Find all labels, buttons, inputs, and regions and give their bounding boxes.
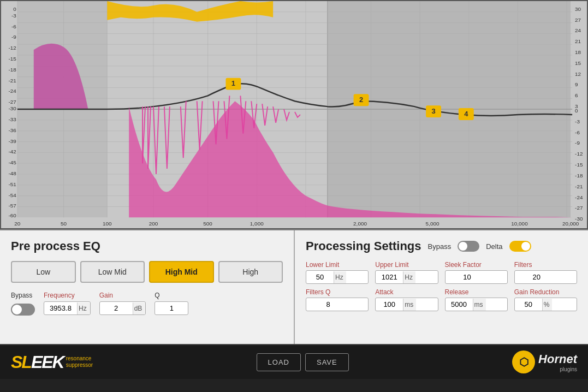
sleek-factor-param: Sleek Factor bbox=[445, 261, 508, 284]
svg-text:24: 24 bbox=[575, 27, 581, 33]
footer: SLEEK resonance suppressor LOAD SAVE ⬡ H… bbox=[0, 344, 588, 379]
release-input-row: ms bbox=[445, 298, 508, 311]
sleek-logo-text: SLEEK bbox=[11, 352, 64, 372]
band-buttons: Low Low Mid High Mid High bbox=[11, 261, 283, 283]
bypass-group: Bypass bbox=[11, 292, 35, 316]
svg-text:-9: -9 bbox=[575, 140, 580, 146]
ps-bypass-toggle-knob bbox=[459, 242, 467, 251]
band-high-button[interactable]: High bbox=[218, 261, 283, 283]
gain-reduction-input[interactable] bbox=[515, 298, 542, 311]
q-label: Q bbox=[155, 292, 159, 299]
frequency-input[interactable] bbox=[44, 302, 77, 314]
svg-text:-60: -60 bbox=[9, 212, 17, 218]
q-group: Q bbox=[155, 292, 188, 315]
svg-text:-3: -3 bbox=[575, 118, 580, 124]
eq-params-row: Bypass Frequency Hz Gain dB bbox=[11, 292, 283, 316]
attack-unit: ms bbox=[403, 299, 416, 311]
filters-input[interactable] bbox=[515, 271, 559, 283]
bypass-toggle[interactable] bbox=[11, 304, 35, 316]
filters-label: Filters bbox=[514, 261, 577, 269]
ps-bypass-label: Bypass bbox=[428, 242, 452, 251]
svg-text:27: 27 bbox=[575, 17, 581, 23]
gain-label: Gain bbox=[99, 292, 113, 299]
attack-input[interactable] bbox=[376, 298, 403, 311]
svg-text:2: 2 bbox=[359, 96, 363, 104]
upper-limit-label: Upper Limit bbox=[375, 261, 438, 269]
hornet-logo-area: ⬡ Hornet plugins bbox=[512, 351, 577, 373]
hornet-logo-text-group: Hornet plugins bbox=[538, 352, 577, 372]
gain-reduction-param: Gain Reduction % bbox=[514, 288, 577, 311]
filters-q-label: Filters Q bbox=[306, 288, 369, 296]
q-input-group bbox=[155, 301, 188, 315]
svg-text:1,000: 1,000 bbox=[250, 221, 264, 227]
svg-text:6: 6 bbox=[575, 92, 578, 98]
svg-text:-15: -15 bbox=[575, 162, 583, 168]
gain-input[interactable] bbox=[100, 302, 133, 314]
svg-text:-18: -18 bbox=[575, 173, 583, 179]
sleek-factor-label: Sleek Factor bbox=[445, 261, 508, 269]
filters-param: Filters bbox=[514, 261, 577, 284]
release-input[interactable] bbox=[446, 298, 473, 311]
svg-text:50: 50 bbox=[61, 221, 67, 227]
svg-text:-45: -45 bbox=[9, 159, 17, 165]
svg-text:-15: -15 bbox=[9, 56, 17, 62]
gain-reduction-unit: % bbox=[542, 299, 553, 311]
svg-text:10,000: 10,000 bbox=[511, 221, 528, 227]
svg-text:20: 20 bbox=[14, 221, 21, 227]
svg-text:5,000: 5,000 bbox=[426, 221, 439, 227]
svg-text:-54: -54 bbox=[9, 192, 17, 198]
eq-display[interactable]: 1 2 3 4 0 -3 -6 -9 -12 -15 -18 -21 -24 -… bbox=[0, 0, 588, 229]
gain-input-group: dB bbox=[99, 301, 146, 315]
ps-delta-toggle[interactable] bbox=[509, 241, 531, 252]
lower-limit-input[interactable] bbox=[306, 271, 334, 283]
lower-limit-input-row: Hz bbox=[306, 270, 369, 284]
load-button[interactable]: LOAD bbox=[257, 353, 301, 371]
svg-text:-27: -27 bbox=[575, 205, 583, 211]
svg-text:100: 100 bbox=[103, 221, 112, 227]
svg-text:-12: -12 bbox=[575, 151, 583, 157]
filters-q-param: Filters Q bbox=[306, 288, 369, 311]
svg-text:-51: -51 bbox=[9, 181, 17, 187]
gain-group: Gain dB bbox=[99, 292, 146, 315]
q-input[interactable] bbox=[155, 302, 188, 314]
ps-delta-toggle-knob bbox=[521, 242, 530, 251]
hornet-logo-name: Hornet bbox=[538, 352, 577, 366]
lower-limit-label: Lower Limit bbox=[306, 261, 369, 269]
ps-title: Processing Settings bbox=[306, 239, 421, 253]
upper-limit-input[interactable] bbox=[376, 271, 403, 283]
sleek-factor-input-row bbox=[445, 270, 508, 284]
svg-text:-21: -21 bbox=[575, 183, 583, 189]
svg-text:-6: -6 bbox=[575, 129, 580, 135]
ps-params-grid: Lower Limit Hz Upper Limit Hz Sleek Fact… bbox=[306, 261, 577, 311]
pre-process-eq-title: Pre process EQ bbox=[11, 239, 283, 253]
svg-text:-6: -6 bbox=[11, 23, 16, 29]
filters-q-input-row bbox=[306, 298, 369, 311]
svg-text:20,000: 20,000 bbox=[562, 221, 579, 227]
band-low-button[interactable]: Low bbox=[11, 261, 76, 283]
attack-param: Attack ms bbox=[375, 288, 438, 311]
release-label: Release bbox=[445, 288, 508, 296]
frequency-group: Frequency Hz bbox=[44, 292, 91, 315]
svg-text:500: 500 bbox=[203, 221, 212, 227]
ps-bypass-toggle[interactable] bbox=[458, 241, 479, 252]
band-low-mid-button[interactable]: Low Mid bbox=[80, 261, 145, 283]
filters-q-input[interactable] bbox=[306, 298, 350, 311]
save-button[interactable]: SAVE bbox=[305, 353, 349, 371]
hornet-logo-icon: ⬡ bbox=[512, 351, 535, 373]
svg-text:-39: -39 bbox=[9, 138, 17, 144]
svg-text:30: 30 bbox=[575, 6, 581, 12]
svg-text:200: 200 bbox=[149, 221, 158, 227]
processing-settings-section: Processing Settings Bypass Delta Lower L… bbox=[295, 230, 588, 344]
bypass-label: Bypass bbox=[11, 292, 32, 299]
svg-text:0: 0 bbox=[13, 6, 16, 12]
gain-reduction-input-row: % bbox=[514, 298, 577, 311]
band-high-mid-button[interactable]: High Mid bbox=[149, 261, 214, 283]
filters-input-row bbox=[514, 270, 577, 284]
release-param: Release ms bbox=[445, 288, 508, 311]
svg-text:21: 21 bbox=[575, 38, 581, 44]
sleek-factor-input[interactable] bbox=[446, 271, 489, 283]
svg-text:2,000: 2,000 bbox=[353, 221, 367, 227]
svg-text:15: 15 bbox=[575, 60, 581, 66]
footer-buttons: LOAD SAVE bbox=[257, 353, 349, 371]
lower-limit-param: Lower Limit Hz bbox=[306, 261, 369, 284]
